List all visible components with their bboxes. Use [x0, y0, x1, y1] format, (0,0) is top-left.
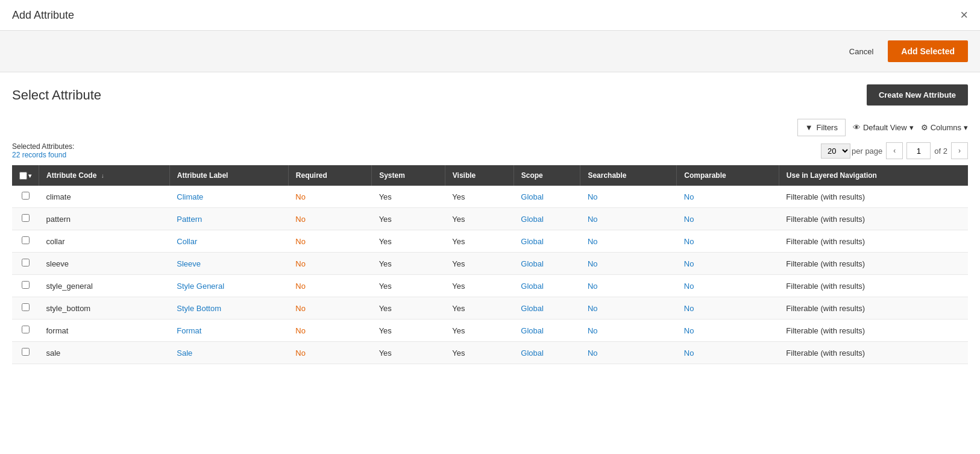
- filters-button[interactable]: ▼ Filters: [797, 119, 846, 136]
- cell-attribute-label: Format: [169, 320, 288, 342]
- modal-header: Add Attribute ×: [0, 0, 980, 31]
- th-visible[interactable]: Visible: [445, 165, 514, 186]
- cell-layered-nav: Filterable (with results): [779, 186, 968, 208]
- cell-scope: Global: [514, 230, 580, 253]
- cell-system: Yes: [372, 342, 445, 364]
- th-attribute-label-text: Attribute Label: [177, 171, 228, 180]
- cell-attribute-code: format: [39, 320, 170, 342]
- cell-layered-nav: Filterable (with results): [779, 320, 968, 342]
- row-checkbox-7[interactable]: [22, 348, 30, 356]
- section-title: Select Attribute: [12, 87, 101, 103]
- select-all-dropdown-icon[interactable]: ▾: [28, 172, 31, 179]
- default-view-button[interactable]: 👁 Default View ▾: [853, 123, 914, 132]
- row-checkbox-3[interactable]: [22, 259, 30, 266]
- attribute-label-link[interactable]: Sleeve: [177, 259, 201, 268]
- cell-visible: Yes: [445, 275, 514, 297]
- cell-searchable: No: [580, 275, 677, 297]
- cell-attribute-label: Style Bottom: [169, 297, 288, 320]
- cell-visible: Yes: [445, 320, 514, 342]
- th-scope[interactable]: Scope: [514, 165, 580, 186]
- th-attribute-code[interactable]: Attribute Code ↓: [39, 165, 170, 186]
- row-checkbox-cell: [12, 297, 39, 320]
- cell-searchable: No: [580, 253, 677, 275]
- pagination-row: Selected Attributes: 22 records found 20…: [0, 139, 980, 165]
- attribute-label-link[interactable]: Collar: [177, 237, 197, 246]
- section-header: Select Attribute Create New Attribute: [0, 72, 980, 114]
- table-row: style_bottomStyle BottomNoYesYesGlobalNo…: [12, 297, 968, 320]
- filters-label: Filters: [817, 123, 838, 132]
- cell-attribute-label: Collar: [169, 230, 288, 253]
- row-checkbox-0[interactable]: [22, 192, 30, 200]
- th-searchable[interactable]: Searchable: [580, 165, 677, 186]
- columns-button[interactable]: ⚙ Columns ▾: [921, 123, 968, 132]
- current-page-input[interactable]: [906, 142, 931, 159]
- cell-searchable: No: [580, 208, 677, 230]
- cell-comparable: No: [677, 342, 779, 364]
- th-searchable-label: Searchable: [588, 171, 626, 180]
- cell-layered-nav: Filterable (with results): [779, 208, 968, 230]
- th-required-label: Required: [296, 171, 327, 180]
- cell-searchable: No: [580, 342, 677, 364]
- columns-label: Columns: [931, 123, 961, 132]
- create-new-attribute-button[interactable]: Create New Attribute: [867, 84, 968, 106]
- pagination-controls: 20 30 50 per page ‹ of 2 ›: [821, 142, 968, 159]
- th-comparable[interactable]: Comparable: [677, 165, 779, 186]
- add-selected-button[interactable]: Add Selected: [888, 40, 968, 62]
- th-visible-label: Visible: [453, 171, 476, 180]
- th-attribute-label[interactable]: Attribute Label: [169, 165, 288, 186]
- cell-required: No: [288, 342, 371, 364]
- th-layered-nav[interactable]: Use in Layered Navigation: [779, 165, 968, 186]
- row-checkbox-5[interactable]: [22, 303, 30, 311]
- attribute-label-link[interactable]: Style Bottom: [177, 304, 221, 313]
- row-checkbox-6[interactable]: [22, 326, 30, 333]
- cell-system: Yes: [372, 275, 445, 297]
- close-button[interactable]: ×: [960, 8, 968, 22]
- cell-system: Yes: [372, 208, 445, 230]
- cell-attribute-code: style_bottom: [39, 297, 170, 320]
- select-all-checkbox[interactable]: [19, 172, 27, 180]
- cell-scope: Global: [514, 275, 580, 297]
- cell-searchable: No: [580, 320, 677, 342]
- th-required[interactable]: Required: [288, 165, 371, 186]
- cell-scope: Global: [514, 208, 580, 230]
- table-row: formatFormatNoYesYesGlobalNoNoFilterable…: [12, 320, 968, 342]
- cell-system: Yes: [372, 230, 445, 253]
- per-page-dropdown[interactable]: 20 30 50: [821, 143, 850, 159]
- row-checkbox-2[interactable]: [22, 236, 30, 244]
- cell-required: No: [288, 297, 371, 320]
- cell-attribute-label: Pattern: [169, 208, 288, 230]
- attribute-label-link[interactable]: Pattern: [177, 215, 202, 224]
- cell-layered-nav: Filterable (with results): [779, 342, 968, 364]
- attribute-label-link[interactable]: Sale: [177, 348, 192, 358]
- attribute-label-link[interactable]: Format: [177, 326, 201, 335]
- cell-comparable: No: [677, 275, 779, 297]
- cell-attribute-code: climate: [39, 186, 170, 208]
- table-header-row: ▾ Attribute Code ↓ Attribute Label Requi…: [12, 165, 968, 186]
- row-checkbox-cell: [12, 253, 39, 275]
- records-found-link[interactable]: 22 records found: [12, 151, 66, 159]
- per-page-select: 20 30 50 per page: [821, 143, 882, 159]
- prev-page-button[interactable]: ‹: [886, 142, 903, 159]
- cell-scope: Global: [514, 320, 580, 342]
- cell-system: Yes: [372, 320, 445, 342]
- toolbar: Cancel Add Selected: [0, 31, 980, 72]
- table-row: sleeveSleeveNoYesYesGlobalNoNoFilterable…: [12, 253, 968, 275]
- cell-attribute-code: collar: [39, 230, 170, 253]
- grid-controls: ▼ Filters 👁 Default View ▾ ⚙ Columns ▾: [0, 114, 980, 139]
- row-checkbox-1[interactable]: [22, 214, 30, 222]
- cell-scope: Global: [514, 297, 580, 320]
- table-row: collarCollarNoYesYesGlobalNoNoFilterable…: [12, 230, 968, 253]
- attribute-label-link[interactable]: Style General: [177, 282, 224, 291]
- row-checkbox-4[interactable]: [22, 281, 30, 289]
- row-checkbox-cell: [12, 320, 39, 342]
- selected-attributes-label: Selected Attributes:: [12, 142, 74, 151]
- view-chevron-icon: ▾: [909, 123, 914, 132]
- next-page-button[interactable]: ›: [951, 142, 968, 159]
- cell-layered-nav: Filterable (with results): [779, 253, 968, 275]
- attribute-label-link[interactable]: Climate: [177, 192, 203, 201]
- row-checkbox-cell: [12, 208, 39, 230]
- cancel-button[interactable]: Cancel: [842, 43, 881, 60]
- th-system[interactable]: System: [372, 165, 445, 186]
- records-info: Selected Attributes: 22 records found: [12, 142, 74, 159]
- cell-attribute-label: Climate: [169, 186, 288, 208]
